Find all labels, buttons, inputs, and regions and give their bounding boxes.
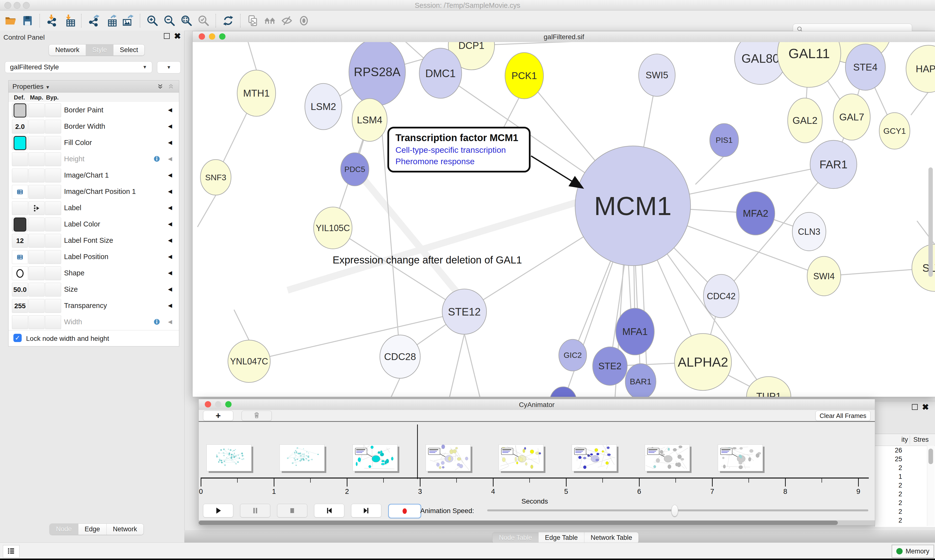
- expand-all-icon[interactable]: [157, 83, 164, 91]
- network-node-purpbot[interactable]: [550, 387, 577, 397]
- network-window-titlebar[interactable]: galFiltered.sif: [193, 31, 935, 42]
- mapping-cell[interactable]: [28, 136, 45, 150]
- timeline-frame-2[interactable]: [353, 445, 398, 471]
- default-value-cell[interactable]: [12, 185, 28, 199]
- mapping-cell[interactable]: [28, 283, 45, 297]
- refresh-icon[interactable]: [221, 14, 236, 28]
- tab-edge[interactable]: Edge: [79, 524, 106, 535]
- default-value-cell[interactable]: [12, 217, 28, 231]
- network-edge[interactable]: [464, 334, 480, 397]
- results-table-header[interactable]: ity Stres: [875, 434, 935, 446]
- pause-button[interactable]: [240, 504, 270, 517]
- network-edge[interactable]: [197, 195, 216, 227]
- bypass-cell[interactable]: [45, 169, 61, 182]
- record-button[interactable]: [388, 504, 421, 518]
- expand-row-icon[interactable]: ◀: [168, 172, 172, 178]
- bypass-cell[interactable]: [45, 250, 61, 264]
- expand-row-icon[interactable]: ◀: [168, 302, 172, 309]
- close-panel-icon[interactable]: ✖: [922, 405, 929, 409]
- default-value-cell[interactable]: [12, 103, 28, 117]
- zoom-selected-icon[interactable]: [196, 14, 211, 28]
- timeline-frame-6[interactable]: [645, 445, 690, 471]
- annotation-link[interactable]: Pheromone response: [395, 157, 529, 166]
- results-row[interactable]: 2: [875, 499, 926, 508]
- float-panel-icon[interactable]: [912, 404, 918, 410]
- results-row[interactable]: 2: [875, 490, 926, 499]
- mapping-cell[interactable]: [28, 315, 45, 329]
- slider-thumb[interactable]: [671, 505, 678, 517]
- tab-network-table[interactable]: Network Table: [585, 532, 639, 543]
- default-value-cell[interactable]: [12, 136, 28, 150]
- bypass-cell[interactable]: [45, 299, 61, 313]
- tab-network[interactable]: Network: [106, 524, 143, 535]
- memory-button[interactable]: Memory: [892, 545, 934, 558]
- tab-edge-table[interactable]: Edge Table: [538, 532, 585, 543]
- bypass-cell[interactable]: [45, 217, 61, 231]
- timeline-frame-1[interactable]: [279, 445, 325, 471]
- network-edge[interactable]: [391, 378, 400, 397]
- import-network-icon[interactable]: [45, 14, 60, 28]
- timeline-frame-7[interactable]: [718, 445, 763, 471]
- expand-row-icon[interactable]: ◀: [168, 237, 172, 243]
- expand-row-icon[interactable]: ◀: [168, 221, 172, 227]
- tab-node[interactable]: Node: [50, 524, 79, 535]
- mapping-cell[interactable]: [28, 217, 45, 231]
- expand-row-icon[interactable]: ◀: [168, 107, 172, 113]
- default-value-cell[interactable]: [12, 169, 28, 182]
- import-table-icon[interactable]: [62, 14, 77, 28]
- export-network-icon[interactable]: [86, 14, 101, 28]
- bypass-cell[interactable]: [45, 234, 61, 248]
- mapping-cell[interactable]: [28, 152, 45, 166]
- network-edge[interactable]: [696, 156, 724, 185]
- annotation-box[interactable]: Transcription factor MCM1 Cell-type-spec…: [387, 127, 531, 172]
- show-all-icon[interactable]: [296, 14, 312, 28]
- timeline-frame-5[interactable]: [572, 445, 617, 471]
- default-value-cell[interactable]: 12: [12, 234, 28, 248]
- close-panel-icon[interactable]: ✖: [174, 34, 181, 38]
- mapping-cell[interactable]: [28, 169, 45, 182]
- bypass-cell[interactable]: [45, 103, 61, 117]
- expand-row-icon[interactable]: ◀: [168, 319, 172, 325]
- network-edge[interactable]: [911, 92, 929, 115]
- network-edge[interactable]: [234, 310, 249, 340]
- network-edge[interactable]: [628, 264, 631, 310]
- default-value-cell[interactable]: [12, 266, 28, 280]
- playhead[interactable]: [417, 425, 418, 479]
- network-edge[interactable]: [249, 312, 464, 361]
- bypass-cell[interactable]: [45, 201, 61, 215]
- results-row[interactable]: 26: [875, 446, 926, 455]
- default-value-cell[interactable]: [12, 315, 28, 329]
- expand-row-icon[interactable]: ◀: [168, 270, 172, 276]
- expand-row-icon[interactable]: ◀: [168, 156, 172, 162]
- info-icon[interactable]: [153, 318, 161, 327]
- mapping-cell[interactable]: [28, 103, 45, 117]
- info-icon[interactable]: [153, 155, 161, 164]
- results-row[interactable]: 25: [875, 455, 926, 464]
- timeline-frame-4[interactable]: [499, 445, 544, 471]
- default-value-cell[interactable]: [12, 201, 28, 215]
- results-row[interactable]: 2: [875, 464, 926, 472]
- mapping-cell[interactable]: [28, 201, 45, 215]
- clone-network-icon[interactable]: [245, 14, 260, 28]
- zoom-in-icon[interactable]: [145, 14, 160, 28]
- bypass-cell[interactable]: [45, 120, 61, 134]
- clear-all-frames-button[interactable]: Clear All Frames: [815, 411, 870, 421]
- default-value-cell[interactable]: [12, 152, 28, 166]
- first-neighbors-icon[interactable]: [262, 14, 277, 28]
- expand-row-icon[interactable]: ◀: [168, 139, 172, 146]
- export-table-icon[interactable]: [103, 14, 118, 28]
- bypass-cell[interactable]: [45, 136, 61, 150]
- timeline-frame-0[interactable]: [207, 445, 251, 471]
- canvas-caption[interactable]: Expression change after deletion of GAL1: [333, 254, 522, 266]
- float-panel-icon[interactable]: [164, 33, 170, 39]
- default-value-cell[interactable]: 2.0: [12, 120, 28, 134]
- cyanimator-titlebar[interactable]: CyAnimator: [199, 399, 875, 410]
- mapping-cell[interactable]: [28, 299, 45, 313]
- open-file-icon[interactable]: [3, 14, 18, 28]
- default-value-cell[interactable]: [12, 250, 28, 264]
- mapping-cell[interactable]: [28, 185, 45, 199]
- mapping-cell[interactable]: [28, 234, 45, 248]
- expand-row-icon[interactable]: ◀: [168, 123, 172, 129]
- delete-frame-button[interactable]: [242, 411, 272, 421]
- mapping-cell[interactable]: [28, 250, 45, 264]
